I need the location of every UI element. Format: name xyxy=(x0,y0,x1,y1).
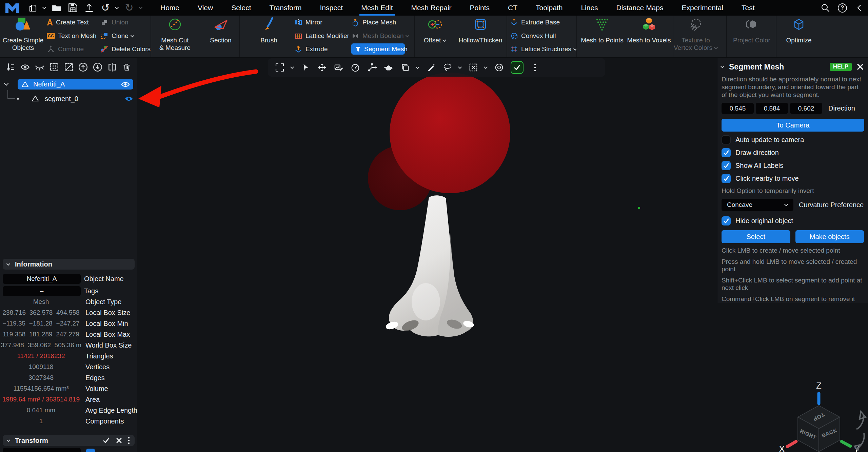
information-collapse-chevron[interactable] xyxy=(6,262,10,266)
mesh-boolean-chevron[interactable] xyxy=(406,34,409,37)
help-icon[interactable]: ? xyxy=(838,3,847,13)
menu-item[interactable]: Test xyxy=(732,0,764,16)
deselect-all-icon[interactable] xyxy=(64,62,74,72)
move-tool-button[interactable] xyxy=(317,62,327,73)
search-icon[interactable] xyxy=(820,2,831,14)
hide-original-checkbox-row[interactable]: Hide original object xyxy=(722,216,864,225)
accept-button[interactable] xyxy=(511,61,524,74)
curvature-preference-dropdown[interactable]: Concave xyxy=(722,199,793,211)
extrude-base-button[interactable]: Extrude Base xyxy=(510,17,560,27)
visibility-eye-icon-active[interactable] xyxy=(124,94,133,103)
redo-button[interactable]: ↻ xyxy=(123,2,135,14)
menu-item[interactable]: Lines xyxy=(572,0,607,16)
lattice-structures-button[interactable]: Lattice Structures xyxy=(510,44,577,54)
mesh-sphere-red[interactable] xyxy=(390,73,510,193)
menu-item[interactable]: Toolpath xyxy=(527,0,572,16)
marquee-select-chevron[interactable] xyxy=(484,65,488,69)
speed-gauge-button[interactable] xyxy=(350,62,360,73)
checkbox-row[interactable]: Draw direction xyxy=(722,148,864,157)
close-panel-icon[interactable] xyxy=(856,63,864,71)
brush-button[interactable]: Brush xyxy=(248,16,290,44)
mesh-cut-measure-button[interactable]: Mesh Cut & Measure xyxy=(153,16,197,52)
create-simple-objects-button[interactable]: Create Simple Objects xyxy=(3,16,43,52)
panel-collapse-chevron[interactable] xyxy=(721,64,724,68)
clone-button[interactable]: Clone xyxy=(100,31,134,41)
lasso-select-chevron[interactable] xyxy=(458,65,462,69)
menu-item[interactable]: Select xyxy=(222,0,260,16)
direction-z-input[interactable]: 0.602 xyxy=(790,103,822,114)
collapse-panel-icon[interactable] xyxy=(854,2,865,14)
mesh-nose[interactable] xyxy=(359,190,481,342)
menu-item[interactable]: Experimental xyxy=(672,0,732,16)
menu-item[interactable]: Mesh Repair xyxy=(402,0,461,16)
texture-to-vertex-colors-button[interactable]: Texture to Vertex Colors xyxy=(675,16,717,52)
create-text-button[interactable]: A Create Text xyxy=(47,17,89,27)
duplicate-chevron[interactable] xyxy=(416,65,419,69)
menu-item[interactable]: CT xyxy=(499,0,527,16)
select-cursor-button[interactable] xyxy=(300,62,311,73)
menu-item[interactable]: Home xyxy=(151,0,189,16)
make-objects-button[interactable]: Make objects xyxy=(795,230,864,243)
checkbox-row[interactable]: Auto update to camera xyxy=(722,135,864,144)
texture-to-vertex-colors-chevron[interactable] xyxy=(714,45,718,49)
segment-mesh-button[interactable]: Segment Mesh xyxy=(351,43,405,55)
save-button[interactable] xyxy=(67,2,79,14)
transform-section-header[interactable]: Transform xyxy=(3,435,135,446)
mesh-to-points-button[interactable]: Mesh to Points xyxy=(578,16,626,44)
object-name-input[interactable]: Nefertiti_A xyxy=(3,274,81,284)
segment-point-marker[interactable] xyxy=(638,207,640,209)
transform-value-input[interactable] xyxy=(3,448,81,452)
redo-chevron[interactable] xyxy=(139,5,142,9)
offset-chevron[interactable] xyxy=(442,38,446,42)
undo-chevron[interactable] xyxy=(115,5,119,9)
transform-apply-icon[interactable] xyxy=(103,437,110,444)
new-document-button[interactable] xyxy=(27,2,39,14)
mesh-boolean-button[interactable]: Mesh Boolean xyxy=(351,31,409,41)
fit-view-chevron[interactable] xyxy=(290,65,294,69)
select-button[interactable]: Select xyxy=(722,230,790,243)
menu-item[interactable]: Distance Maps xyxy=(607,0,673,16)
navigation-cube[interactable]: TOP RIGHT BACK Z X Y xyxy=(776,380,868,452)
transform-collapse-chevron[interactable] xyxy=(6,438,10,442)
demo-object-button[interactable] xyxy=(383,62,394,73)
export-button[interactable] xyxy=(83,2,95,14)
menu-item[interactable]: Transform xyxy=(260,0,311,16)
checkbox-row[interactable]: Show All Labels xyxy=(722,161,864,170)
place-mesh-button[interactable]: Place Mesh xyxy=(351,17,396,27)
checkbox-row[interactable]: Click nearby to move xyxy=(722,174,864,183)
menu-item[interactable]: View xyxy=(189,0,222,16)
move-up-icon[interactable] xyxy=(78,62,88,72)
transform-gizmo-button[interactable] xyxy=(367,62,377,73)
help-badge[interactable]: HELP xyxy=(830,63,852,71)
union-button[interactable]: Union xyxy=(100,17,129,27)
transform-checkbox[interactable] xyxy=(86,449,95,452)
more-options-kebab[interactable] xyxy=(530,62,540,73)
tree-collapse-chevron[interactable] xyxy=(4,81,9,86)
delete-colors-button[interactable]: Delete Colors xyxy=(100,44,151,54)
select-all-icon[interactable] xyxy=(49,62,59,72)
direction-x-input[interactable]: 0.545 xyxy=(722,103,754,114)
undo-button[interactable]: ↺ xyxy=(100,2,111,14)
mirror-button[interactable]: Mirror xyxy=(294,17,322,27)
information-section-header[interactable]: Information xyxy=(3,259,135,270)
duplicate-object-icon[interactable] xyxy=(107,62,117,72)
show-all-eye-icon[interactable] xyxy=(20,62,30,72)
slice-tool-button[interactable] xyxy=(426,62,436,73)
section-button[interactable]: Section xyxy=(201,16,241,44)
duplicate-button[interactable] xyxy=(400,62,410,73)
transform-kebab-icon[interactable] xyxy=(128,437,130,444)
mesh-to-voxels-button[interactable]: Mesh to Voxels xyxy=(626,16,672,44)
lattice-modifier-button[interactable]: Lattice Modifier xyxy=(294,31,349,41)
tags-input[interactable]: – xyxy=(3,286,81,296)
project-color-button[interactable]: Project Color xyxy=(729,16,774,44)
menu-item[interactable]: Mesh Edit xyxy=(352,0,402,16)
text-on-mesh-button[interactable]: CC Text on Mesh xyxy=(47,31,96,41)
smooth-brush-button[interactable] xyxy=(494,62,504,73)
new-document-chevron[interactable] xyxy=(42,5,46,9)
render-edit-button[interactable] xyxy=(334,62,344,73)
clone-chevron[interactable] xyxy=(131,34,134,37)
lasso-select-button[interactable] xyxy=(442,62,453,73)
tree-item-root[interactable]: Nefertiti_A xyxy=(18,79,133,90)
open-file-button[interactable] xyxy=(51,2,62,14)
marquee-select-button[interactable] xyxy=(468,62,478,73)
